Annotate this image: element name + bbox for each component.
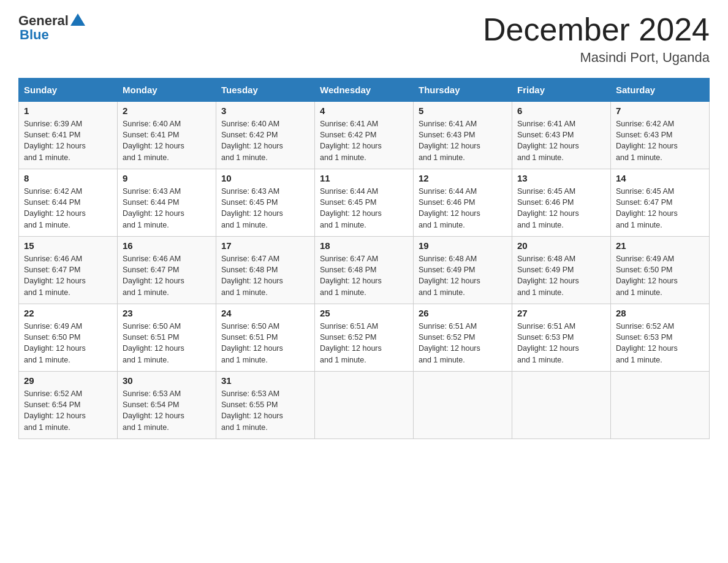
calendar-week-row: 8 Sunrise: 6:42 AMSunset: 6:44 PMDayligh… [19,169,710,237]
col-thursday: Thursday [414,79,512,102]
calendar-cell: 15 Sunrise: 6:46 AMSunset: 6:47 PMDaylig… [19,237,118,304]
day-number: 11 [320,173,408,183]
calendar-cell [315,372,414,439]
calendar-cell: 4 Sunrise: 6:41 AMSunset: 6:42 PMDayligh… [315,102,414,169]
calendar-cell: 23 Sunrise: 6:50 AMSunset: 6:51 PMDaylig… [118,304,216,372]
calendar-cell: 31 Sunrise: 6:53 AMSunset: 6:55 PMDaylig… [216,372,315,439]
calendar-cell: 5 Sunrise: 6:41 AMSunset: 6:43 PMDayligh… [414,102,512,169]
day-info: Sunrise: 6:45 AMSunset: 6:46 PMDaylight:… [517,187,579,229]
day-info: Sunrise: 6:41 AMSunset: 6:43 PMDaylight:… [419,120,480,161]
calendar-cell: 21 Sunrise: 6:49 AMSunset: 6:50 PMDaylig… [611,237,710,304]
day-number: 19 [419,240,507,251]
day-info: Sunrise: 6:39 AMSunset: 6:41 PMDaylight:… [24,120,86,161]
calendar-cell: 6 Sunrise: 6:41 AMSunset: 6:43 PMDayligh… [512,102,611,169]
day-number: 29 [24,375,112,386]
col-friday: Friday [512,79,611,102]
day-info: Sunrise: 6:45 AMSunset: 6:47 PMDaylight:… [616,187,678,229]
calendar-week-row: 1 Sunrise: 6:39 AMSunset: 6:41 PMDayligh… [19,102,710,169]
day-number: 5 [419,105,507,116]
calendar-cell: 26 Sunrise: 6:51 AMSunset: 6:52 PMDaylig… [414,304,512,372]
calendar-cell: 20 Sunrise: 6:48 AMSunset: 6:49 PMDaylig… [512,237,611,304]
calendar-cell: 25 Sunrise: 6:51 AMSunset: 6:52 PMDaylig… [315,304,414,372]
svg-marker-0 [70,13,85,26]
day-info: Sunrise: 6:47 AMSunset: 6:48 PMDaylight:… [320,255,382,296]
day-info: Sunrise: 6:50 AMSunset: 6:51 PMDaylight:… [123,322,184,364]
day-number: 6 [517,105,605,116]
day-number: 1 [24,105,112,116]
col-monday: Monday [118,79,216,102]
calendar-cell: 14 Sunrise: 6:45 AMSunset: 6:47 PMDaylig… [611,169,710,237]
day-number: 30 [123,375,211,386]
calendar-table: Sunday Monday Tuesday Wednesday Thursday… [18,78,710,439]
day-number: 3 [221,105,309,116]
col-wednesday: Wednesday [315,79,414,102]
day-info: Sunrise: 6:49 AMSunset: 6:50 PMDaylight:… [24,322,86,364]
title-block: December 2024 Masindi Port, Uganda [483,12,710,66]
day-number: 26 [419,308,507,318]
calendar-cell: 2 Sunrise: 6:40 AMSunset: 6:41 PMDayligh… [118,102,216,169]
logo-flag-icon [69,12,86,29]
calendar-cell: 24 Sunrise: 6:50 AMSunset: 6:51 PMDaylig… [216,304,315,372]
day-info: Sunrise: 6:47 AMSunset: 6:48 PMDaylight:… [221,255,283,296]
day-info: Sunrise: 6:42 AMSunset: 6:43 PMDaylight:… [616,120,678,161]
day-info: Sunrise: 6:51 AMSunset: 6:53 PMDaylight:… [517,322,579,364]
calendar-cell [414,372,512,439]
location-subtitle: Masindi Port, Uganda [483,50,710,66]
day-number: 14 [616,173,704,183]
day-info: Sunrise: 6:51 AMSunset: 6:52 PMDaylight:… [320,322,382,364]
day-number: 12 [419,173,507,183]
day-info: Sunrise: 6:46 AMSunset: 6:47 PMDaylight:… [123,255,184,296]
calendar-cell: 13 Sunrise: 6:45 AMSunset: 6:46 PMDaylig… [512,169,611,237]
day-number: 4 [320,105,408,116]
col-saturday: Saturday [611,79,710,102]
day-info: Sunrise: 6:52 AMSunset: 6:53 PMDaylight:… [616,322,678,364]
calendar-cell: 17 Sunrise: 6:47 AMSunset: 6:48 PMDaylig… [216,237,315,304]
col-tuesday: Tuesday [216,79,315,102]
day-info: Sunrise: 6:43 AMSunset: 6:44 PMDaylight:… [123,187,184,229]
day-info: Sunrise: 6:50 AMSunset: 6:51 PMDaylight:… [221,322,283,364]
calendar-cell: 11 Sunrise: 6:44 AMSunset: 6:45 PMDaylig… [315,169,414,237]
calendar-week-row: 29 Sunrise: 6:52 AMSunset: 6:54 PMDaylig… [19,372,710,439]
day-info: Sunrise: 6:49 AMSunset: 6:50 PMDaylight:… [616,255,678,296]
calendar-cell: 12 Sunrise: 6:44 AMSunset: 6:46 PMDaylig… [414,169,512,237]
day-number: 31 [221,375,309,386]
day-number: 9 [123,173,211,183]
calendar-cell: 22 Sunrise: 6:49 AMSunset: 6:50 PMDaylig… [19,304,118,372]
page-header: General Blue December 2024 Masindi Port,… [18,12,710,66]
calendar-header-row: Sunday Monday Tuesday Wednesday Thursday… [19,79,710,102]
day-number: 10 [221,173,309,183]
calendar-cell: 28 Sunrise: 6:52 AMSunset: 6:53 PMDaylig… [611,304,710,372]
calendar-cell: 1 Sunrise: 6:39 AMSunset: 6:41 PMDayligh… [19,102,118,169]
logo-blue-text: Blue [20,27,49,43]
calendar-cell: 29 Sunrise: 6:52 AMSunset: 6:54 PMDaylig… [19,372,118,439]
day-info: Sunrise: 6:53 AMSunset: 6:55 PMDaylight:… [221,389,283,431]
calendar-cell: 8 Sunrise: 6:42 AMSunset: 6:44 PMDayligh… [19,169,118,237]
day-number: 28 [616,308,704,318]
day-info: Sunrise: 6:48 AMSunset: 6:49 PMDaylight:… [517,255,579,296]
day-info: Sunrise: 6:41 AMSunset: 6:42 PMDaylight:… [320,120,382,161]
day-info: Sunrise: 6:44 AMSunset: 6:45 PMDaylight:… [320,187,382,229]
calendar-cell: 7 Sunrise: 6:42 AMSunset: 6:43 PMDayligh… [611,102,710,169]
day-number: 23 [123,308,211,318]
day-number: 22 [24,308,112,318]
calendar-week-row: 22 Sunrise: 6:49 AMSunset: 6:50 PMDaylig… [19,304,710,372]
logo: General Blue [18,12,87,43]
calendar-cell: 19 Sunrise: 6:48 AMSunset: 6:49 PMDaylig… [414,237,512,304]
calendar-cell: 10 Sunrise: 6:43 AMSunset: 6:45 PMDaylig… [216,169,315,237]
calendar-week-row: 15 Sunrise: 6:46 AMSunset: 6:47 PMDaylig… [19,237,710,304]
day-number: 24 [221,308,309,318]
day-number: 27 [517,308,605,318]
calendar-cell: 27 Sunrise: 6:51 AMSunset: 6:53 PMDaylig… [512,304,611,372]
day-number: 16 [123,240,211,251]
calendar-cell: 18 Sunrise: 6:47 AMSunset: 6:48 PMDaylig… [315,237,414,304]
day-number: 20 [517,240,605,251]
day-info: Sunrise: 6:53 AMSunset: 6:54 PMDaylight:… [123,389,184,431]
month-title: December 2024 [483,12,710,47]
day-info: Sunrise: 6:46 AMSunset: 6:47 PMDaylight:… [24,255,86,296]
day-number: 25 [320,308,408,318]
day-number: 7 [616,105,704,116]
calendar-cell: 16 Sunrise: 6:46 AMSunset: 6:47 PMDaylig… [118,237,216,304]
day-number: 13 [517,173,605,183]
calendar-cell [512,372,611,439]
day-info: Sunrise: 6:51 AMSunset: 6:52 PMDaylight:… [419,322,480,364]
